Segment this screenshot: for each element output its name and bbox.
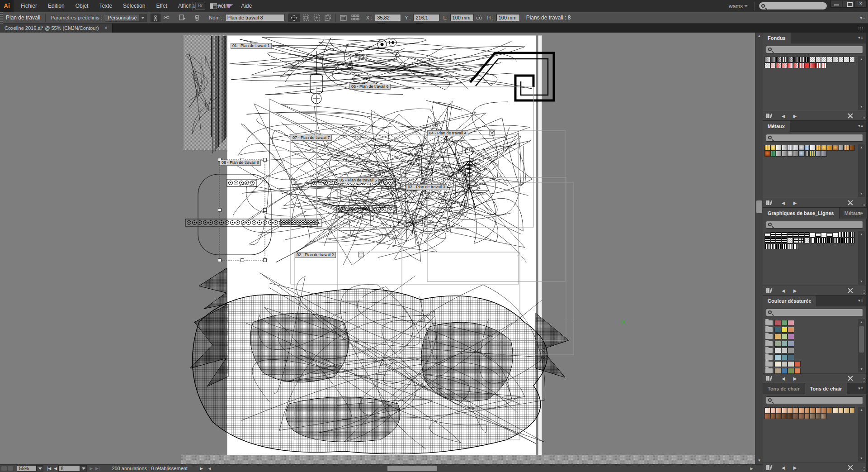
- panel-tab[interactable]: Fondus: [763, 33, 791, 43]
- swatch[interactable]: [764, 57, 770, 62]
- panel-resize-grip[interactable]: [861, 290, 866, 295]
- color-group-folder-icon[interactable]: [765, 334, 773, 339]
- toolbar-menu-icon[interactable]: ▾≡: [860, 15, 865, 21]
- panel-resize-grip[interactable]: [861, 378, 866, 382]
- swatch[interactable]: [793, 62, 799, 68]
- artboard-option-button[interactable]: [323, 14, 333, 22]
- status-bar-expand-icon[interactable]: ▶: [200, 466, 203, 471]
- first-artboard-button[interactable]: |◀: [47, 466, 51, 471]
- scroll-up-icon[interactable]: ▲: [858, 144, 865, 151]
- swatch[interactable]: [810, 407, 816, 413]
- swatch[interactable]: [810, 145, 816, 151]
- last-artboard-button[interactable]: ▶|: [95, 466, 99, 471]
- panel-tab[interactable]: Couleur désaturée: [763, 296, 817, 306]
- artboard-label[interactable]: 03 - Plan de travail 3: [406, 184, 447, 190]
- color-group-folder-icon[interactable]: [765, 327, 773, 332]
- panel-tab[interactable]: Tons de chair: [763, 383, 805, 394]
- swatch[interactable]: [810, 413, 816, 419]
- swatch[interactable]: [774, 361, 781, 367]
- swatch[interactable]: [764, 151, 770, 157]
- rearrange-artboards-button[interactable]: [349, 14, 361, 22]
- swatch[interactable]: [787, 413, 793, 419]
- menu-item-texte[interactable]: Texte: [94, 0, 118, 12]
- swatch[interactable]: [804, 232, 810, 238]
- next-library-icon[interactable]: ▶: [793, 200, 797, 205]
- swatch[interactable]: [793, 145, 799, 151]
- artboard-label[interactable]: 05 - Plan de travail 5: [338, 177, 379, 183]
- scroll-down-icon[interactable]: ▼: [858, 455, 865, 462]
- swatch-search-input[interactable]: [766, 309, 863, 316]
- menu-item-fichier[interactable]: Fichier: [15, 0, 42, 12]
- swatch[interactable]: [816, 145, 821, 151]
- swatch[interactable]: [787, 232, 793, 238]
- swatch[interactable]: [782, 151, 788, 157]
- swatch[interactable]: [793, 232, 799, 238]
- preset-dropdown[interactable]: Personnalisé: [105, 14, 147, 22]
- swatch[interactable]: [798, 57, 804, 62]
- vertical-scroll-thumb[interactable]: [756, 200, 762, 213]
- previous-artboard-button[interactable]: ◀: [54, 466, 57, 471]
- move-with-artwork-toggle[interactable]: [288, 14, 300, 22]
- swatch[interactable]: [764, 407, 770, 413]
- swatch[interactable]: [827, 145, 833, 151]
- swatch-libraries-icon[interactable]: [766, 200, 774, 205]
- swatch[interactable]: [810, 151, 816, 157]
- panel-scrollbar[interactable]: ▲▼: [858, 407, 865, 462]
- swatch[interactable]: [816, 407, 821, 413]
- width-field[interactable]: 100 mm: [450, 14, 474, 21]
- swatch[interactable]: [793, 151, 799, 157]
- swatch[interactable]: [776, 62, 782, 68]
- swatch[interactable]: [774, 334, 781, 339]
- swatch[interactable]: [844, 232, 849, 238]
- color-group-folder-icon[interactable]: [765, 348, 773, 353]
- swatch[interactable]: [844, 145, 849, 151]
- swatch-libraries-icon[interactable]: [766, 376, 774, 381]
- artboard-option-button[interactable]: [301, 14, 311, 22]
- swatch[interactable]: [781, 327, 788, 333]
- swatch[interactable]: [827, 57, 833, 62]
- new-artboard-button[interactable]: [177, 14, 187, 22]
- scroll-down-icon[interactable]: ▼: [858, 191, 865, 197]
- panel-tab[interactable]: Graphiques de base_Lignes: [763, 208, 840, 219]
- swatch[interactable]: [838, 407, 844, 413]
- height-field[interactable]: 100 mm: [496, 14, 520, 21]
- swatch[interactable]: [804, 145, 810, 151]
- swatch-search-input[interactable]: [766, 221, 863, 229]
- toolbar-grip[interactable]: [0, 12, 3, 24]
- swatch[interactable]: [844, 407, 849, 413]
- vertical-scrollbar[interactable]: ▲ ▼: [755, 33, 763, 464]
- scroll-down-icon[interactable]: ▼: [755, 457, 763, 464]
- swatch[interactable]: [798, 145, 804, 151]
- scroll-down-icon[interactable]: ▼: [858, 104, 865, 110]
- panel-scrollbar[interactable]: ▲▼: [858, 319, 865, 372]
- swatch[interactable]: [782, 243, 788, 249]
- next-library-icon[interactable]: ▶: [793, 114, 797, 119]
- swatch[interactable]: [764, 413, 770, 419]
- swatch[interactable]: [781, 354, 788, 360]
- artboard-label[interactable]: 01 - Plan de travail 1: [231, 43, 272, 49]
- minimize-button[interactable]: [830, 0, 842, 8]
- swatch[interactable]: [804, 407, 810, 413]
- previous-library-icon[interactable]: ◀: [782, 288, 785, 293]
- previous-library-icon[interactable]: ◀: [782, 376, 785, 381]
- swatch[interactable]: [821, 232, 827, 238]
- swatch[interactable]: [787, 407, 793, 413]
- panel-menu-icon[interactable]: ▾≡: [858, 124, 863, 128]
- swatch[interactable]: [827, 238, 833, 243]
- swatch[interactable]: [774, 368, 781, 373]
- swatch[interactable]: [810, 62, 816, 68]
- swatch-search-input[interactable]: [766, 134, 863, 142]
- previous-library-icon[interactable]: ◀: [782, 465, 785, 470]
- swatch[interactable]: [774, 354, 781, 360]
- swatch[interactable]: [810, 232, 816, 238]
- panel-menu-icon[interactable]: ▾≡: [858, 298, 863, 303]
- swatch[interactable]: [788, 361, 794, 367]
- panel-scrollbar[interactable]: ▲▼: [858, 231, 865, 285]
- swatch-search-input[interactable]: [766, 396, 863, 404]
- swatch[interactable]: [787, 145, 793, 151]
- swatch[interactable]: [770, 243, 776, 249]
- menu-item-edition[interactable]: Edition: [42, 0, 70, 12]
- app-search-input[interactable]: [759, 2, 827, 10]
- swatch[interactable]: [798, 238, 804, 243]
- swatch[interactable]: [798, 407, 804, 413]
